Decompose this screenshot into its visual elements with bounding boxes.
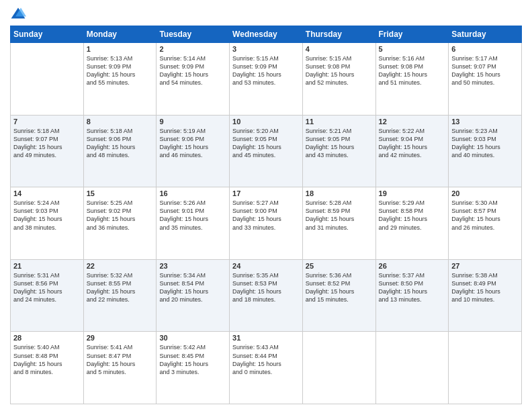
calendar-cell: 26Sunrise: 5:37 AM Sunset: 8:50 PM Dayli… [375, 259, 449, 332]
day-number: 20 [451, 189, 519, 197]
calendar-cell: 13Sunrise: 5:23 AM Sunset: 9:03 PM Dayli… [449, 115, 522, 187]
day-number: 27 [451, 262, 519, 270]
day-number: 6 [451, 45, 519, 53]
day-number: 16 [159, 189, 226, 197]
day-number: 9 [159, 118, 226, 126]
day-info: Sunrise: 5:15 AM Sunset: 9:08 PM Dayligh… [306, 54, 373, 87]
day-info: Sunrise: 5:21 AM Sunset: 9:05 PM Dayligh… [306, 127, 373, 160]
day-info: Sunrise: 5:31 AM Sunset: 8:56 PM Dayligh… [13, 271, 81, 304]
day-number: 22 [87, 262, 154, 270]
day-of-week-header: Thursday [302, 26, 375, 43]
day-info: Sunrise: 5:20 AM Sunset: 9:05 PM Dayligh… [232, 127, 300, 160]
day-number: 2 [159, 45, 226, 53]
calendar-cell: 5Sunrise: 5:16 AM Sunset: 9:08 PM Daylig… [375, 43, 449, 116]
day-of-week-header: Sunday [11, 26, 84, 43]
day-info: Sunrise: 5:43 AM Sunset: 8:44 PM Dayligh… [232, 343, 300, 376]
calendar-cell: 18Sunrise: 5:28 AM Sunset: 8:59 PM Dayli… [302, 187, 375, 260]
logo-icon [10, 7, 26, 20]
calendar-cell: 25Sunrise: 5:36 AM Sunset: 8:52 PM Dayli… [302, 259, 375, 332]
calendar-cell: 27Sunrise: 5:38 AM Sunset: 8:49 PM Dayli… [449, 259, 522, 332]
calendar-cell: 31Sunrise: 5:43 AM Sunset: 8:44 PM Dayli… [230, 332, 303, 404]
day-info: Sunrise: 5:34 AM Sunset: 8:54 PM Dayligh… [159, 271, 226, 304]
day-info: Sunrise: 5:40 AM Sunset: 8:48 PM Dayligh… [13, 343, 81, 376]
day-info: Sunrise: 5:25 AM Sunset: 9:02 PM Dayligh… [87, 199, 154, 232]
calendar-cell: 17Sunrise: 5:27 AM Sunset: 9:00 PM Dayli… [230, 187, 303, 260]
day-info: Sunrise: 5:22 AM Sunset: 9:04 PM Dayligh… [379, 127, 446, 160]
day-number: 11 [306, 118, 373, 126]
calendar-week-row: 7Sunrise: 5:18 AM Sunset: 9:07 PM Daylig… [11, 115, 522, 187]
calendar-cell: 1Sunrise: 5:13 AM Sunset: 9:09 PM Daylig… [83, 43, 157, 116]
calendar-cell: 24Sunrise: 5:35 AM Sunset: 8:53 PM Dayli… [230, 259, 303, 332]
day-number: 8 [87, 118, 154, 126]
day-number: 21 [13, 262, 81, 270]
calendar-table: SundayMondayTuesdayWednesdayThursdayFrid… [10, 26, 522, 404]
day-info: Sunrise: 5:41 AM Sunset: 8:47 PM Dayligh… [87, 343, 154, 376]
day-number: 1 [87, 45, 154, 53]
day-info: Sunrise: 5:18 AM Sunset: 9:06 PM Dayligh… [87, 127, 154, 160]
day-info: Sunrise: 5:23 AM Sunset: 9:03 PM Dayligh… [451, 127, 519, 160]
day-info: Sunrise: 5:42 AM Sunset: 8:45 PM Dayligh… [159, 343, 226, 376]
calendar-cell: 10Sunrise: 5:20 AM Sunset: 9:05 PM Dayli… [230, 115, 303, 187]
day-info: Sunrise: 5:36 AM Sunset: 8:52 PM Dayligh… [306, 271, 373, 304]
day-info: Sunrise: 5:26 AM Sunset: 9:01 PM Dayligh… [159, 199, 226, 232]
day-info: Sunrise: 5:17 AM Sunset: 9:07 PM Dayligh… [451, 54, 519, 87]
calendar-header-row: SundayMondayTuesdayWednesdayThursdayFrid… [11, 26, 522, 43]
day-number: 29 [87, 334, 154, 342]
calendar-cell: 30Sunrise: 5:42 AM Sunset: 8:45 PM Dayli… [157, 332, 230, 404]
day-number: 24 [232, 262, 300, 270]
calendar-cell: 20Sunrise: 5:30 AM Sunset: 8:57 PM Dayli… [449, 187, 522, 260]
day-info: Sunrise: 5:29 AM Sunset: 8:58 PM Dayligh… [379, 199, 446, 232]
calendar-cell: 14Sunrise: 5:24 AM Sunset: 9:03 PM Dayli… [11, 187, 84, 260]
day-number: 25 [306, 262, 373, 270]
day-info: Sunrise: 5:14 AM Sunset: 9:09 PM Dayligh… [159, 54, 226, 87]
day-info: Sunrise: 5:19 AM Sunset: 9:06 PM Dayligh… [159, 127, 226, 160]
day-number: 13 [451, 118, 519, 126]
day-of-week-header: Wednesday [230, 26, 303, 43]
day-info: Sunrise: 5:27 AM Sunset: 9:00 PM Dayligh… [232, 199, 300, 232]
day-number: 5 [379, 45, 446, 53]
day-info: Sunrise: 5:18 AM Sunset: 9:07 PM Dayligh… [13, 127, 81, 160]
calendar-cell [449, 332, 522, 404]
calendar-cell: 29Sunrise: 5:41 AM Sunset: 8:47 PM Dayli… [83, 332, 157, 404]
calendar-cell [11, 43, 84, 116]
day-number: 30 [159, 334, 226, 342]
day-info: Sunrise: 5:16 AM Sunset: 9:08 PM Dayligh… [379, 54, 446, 87]
day-info: Sunrise: 5:30 AM Sunset: 8:57 PM Dayligh… [451, 199, 519, 232]
day-number: 28 [13, 334, 81, 342]
calendar-cell: 15Sunrise: 5:25 AM Sunset: 9:02 PM Dayli… [83, 187, 157, 260]
calendar-cell: 9Sunrise: 5:19 AM Sunset: 9:06 PM Daylig… [157, 115, 230, 187]
calendar-cell: 19Sunrise: 5:29 AM Sunset: 8:58 PM Dayli… [375, 187, 449, 260]
calendar-cell: 8Sunrise: 5:18 AM Sunset: 9:06 PM Daylig… [83, 115, 157, 187]
calendar-cell: 4Sunrise: 5:15 AM Sunset: 9:08 PM Daylig… [302, 43, 375, 116]
day-info: Sunrise: 5:35 AM Sunset: 8:53 PM Dayligh… [232, 271, 300, 304]
calendar-cell: 21Sunrise: 5:31 AM Sunset: 8:56 PM Dayli… [11, 259, 84, 332]
calendar-cell [375, 332, 449, 404]
calendar-cell: 16Sunrise: 5:26 AM Sunset: 9:01 PM Dayli… [157, 187, 230, 260]
day-of-week-header: Friday [375, 26, 449, 43]
calendar-cell: 6Sunrise: 5:17 AM Sunset: 9:07 PM Daylig… [449, 43, 522, 116]
day-number: 14 [13, 189, 81, 197]
logo [10, 7, 29, 20]
day-number: 23 [159, 262, 226, 270]
calendar-cell: 7Sunrise: 5:18 AM Sunset: 9:07 PM Daylig… [11, 115, 84, 187]
day-info: Sunrise: 5:32 AM Sunset: 8:55 PM Dayligh… [87, 271, 154, 304]
calendar-week-row: 21Sunrise: 5:31 AM Sunset: 8:56 PM Dayli… [11, 259, 522, 332]
day-number: 12 [379, 118, 446, 126]
calendar-cell: 28Sunrise: 5:40 AM Sunset: 8:48 PM Dayli… [11, 332, 84, 404]
day-number: 4 [306, 45, 373, 53]
day-info: Sunrise: 5:37 AM Sunset: 8:50 PM Dayligh… [379, 271, 446, 304]
calendar-week-row: 1Sunrise: 5:13 AM Sunset: 9:09 PM Daylig… [11, 43, 522, 116]
calendar-cell: 23Sunrise: 5:34 AM Sunset: 8:54 PM Dayli… [157, 259, 230, 332]
day-info: Sunrise: 5:13 AM Sunset: 9:09 PM Dayligh… [87, 54, 154, 87]
day-info: Sunrise: 5:28 AM Sunset: 8:59 PM Dayligh… [306, 199, 373, 232]
calendar-week-row: 14Sunrise: 5:24 AM Sunset: 9:03 PM Dayli… [11, 187, 522, 260]
day-info: Sunrise: 5:38 AM Sunset: 8:49 PM Dayligh… [451, 271, 519, 304]
calendar-cell: 22Sunrise: 5:32 AM Sunset: 8:55 PM Dayli… [83, 259, 157, 332]
day-info: Sunrise: 5:15 AM Sunset: 9:09 PM Dayligh… [232, 54, 300, 87]
calendar-week-row: 28Sunrise: 5:40 AM Sunset: 8:48 PM Dayli… [11, 332, 522, 404]
day-number: 3 [232, 45, 300, 53]
day-number: 19 [379, 189, 446, 197]
calendar-cell: 3Sunrise: 5:15 AM Sunset: 9:09 PM Daylig… [230, 43, 303, 116]
calendar-cell: 11Sunrise: 5:21 AM Sunset: 9:05 PM Dayli… [302, 115, 375, 187]
day-number: 31 [232, 334, 300, 342]
